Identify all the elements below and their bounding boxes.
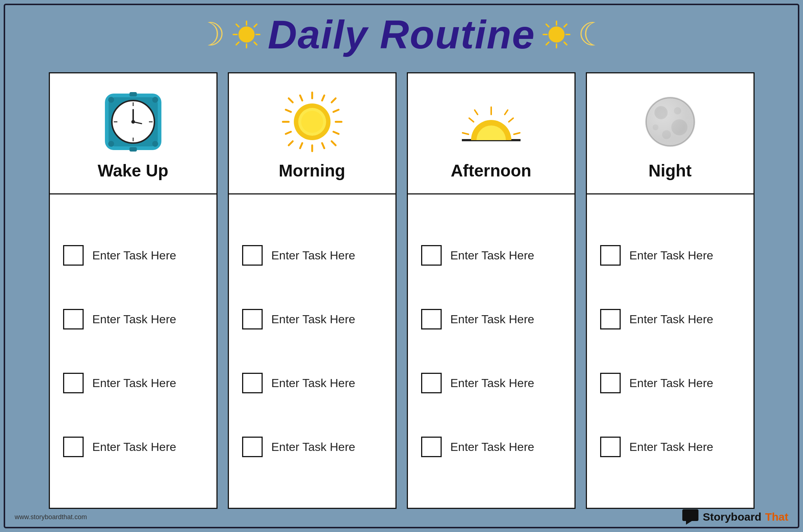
svg-marker-76 — [686, 521, 692, 525]
afternoon-sun-icon — [455, 89, 528, 155]
svg-line-59 — [509, 118, 513, 122]
svg-line-58 — [469, 118, 474, 122]
brand-suffix: That — [765, 511, 788, 523]
storyboard-icon — [682, 509, 699, 525]
svg-line-63 — [505, 110, 508, 114]
footer-brand: StoryboardThat — [682, 509, 788, 525]
footer-url: www.storyboardthat.com — [15, 513, 87, 521]
svg-line-60 — [463, 133, 468, 134]
outer-border — [4, 4, 799, 528]
svg-line-61 — [514, 133, 520, 134]
svg-rect-75 — [682, 509, 698, 521]
brand-name: Storyboard — [703, 511, 762, 523]
footer: www.storyboardthat.com StoryboardThat — [15, 509, 788, 525]
moon-right-icon: ☽ — [578, 18, 607, 51]
svg-point-56 — [477, 125, 506, 155]
svg-line-62 — [475, 110, 478, 114]
